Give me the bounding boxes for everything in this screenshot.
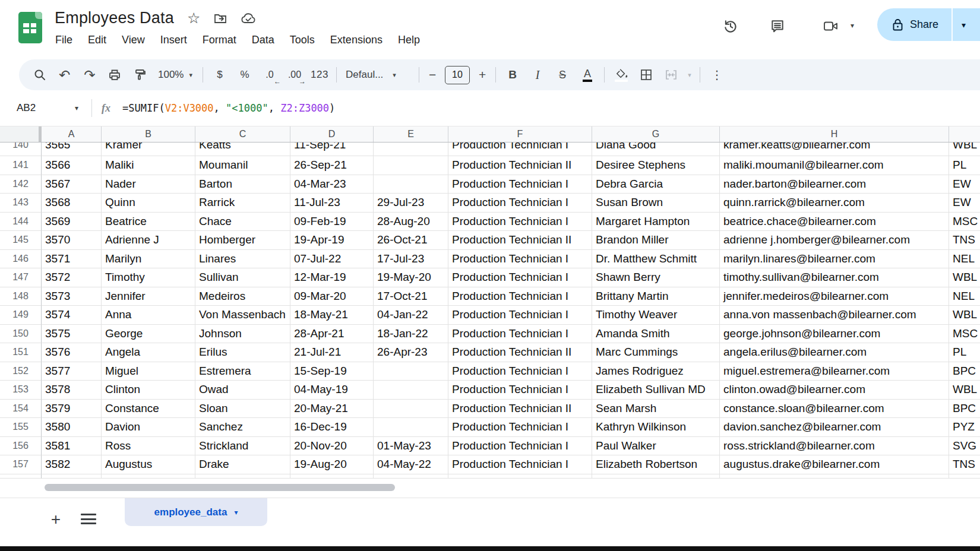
cell-C142[interactable]: Barton <box>195 175 290 194</box>
share-dropdown-caret-icon[interactable]: ▾ <box>962 20 966 30</box>
cell-A157[interactable]: 3582 <box>42 455 102 474</box>
column-header-G[interactable]: G <box>592 126 720 142</box>
cell-F144[interactable]: Production Technician I <box>448 213 592 232</box>
cell-C146[interactable]: Linares <box>195 250 290 269</box>
cell-B148[interactable]: Jennifer <box>102 287 195 306</box>
menu-item-extensions[interactable]: Extensions <box>323 32 390 48</box>
formula-input[interactable]: =SUMIF(V2:V3000, "<1000", Z2:Z3000) <box>122 102 335 114</box>
menu-item-data[interactable]: Data <box>244 32 282 48</box>
column-header-F[interactable]: F <box>448 126 592 142</box>
cell-I145[interactable]: TNS <box>949 231 980 250</box>
row-header-152[interactable]: 152 <box>0 362 42 381</box>
cell-F141[interactable]: Production Technician II <box>448 156 592 175</box>
row-header-154[interactable]: 154 <box>0 400 42 419</box>
cell-E149[interactable]: 04-Jan-22 <box>374 306 448 325</box>
cell-partial[interactable] <box>102 474 195 479</box>
cell-D144[interactable]: 09-Feb-19 <box>290 213 374 232</box>
fill-color-button[interactable] <box>609 63 634 87</box>
cell-G150[interactable]: Amanda Smith <box>592 325 720 344</box>
row-header-151[interactable]: 151 <box>0 343 42 362</box>
share-button[interactable]: Share ▾ <box>877 8 980 41</box>
row-header-141[interactable]: 141 <box>0 156 42 175</box>
cell-G142[interactable]: Debra Garcia <box>592 175 720 194</box>
cell-partial[interactable] <box>374 474 448 479</box>
row-header-147[interactable]: 147 <box>0 268 42 287</box>
menu-item-edit[interactable]: Edit <box>80 32 114 48</box>
cell-I152[interactable]: BPC <box>949 362 980 381</box>
row-header-140[interactable]: 140 <box>0 142 42 156</box>
number-format-button[interactable]: 123 <box>307 63 332 87</box>
cell-E148[interactable]: 17-Oct-21 <box>374 287 448 306</box>
cell-D150[interactable]: 28-Apr-21 <box>290 325 374 344</box>
cell-H144[interactable]: beatrice.chace@bilearner.com <box>720 213 949 232</box>
cell-E153[interactable] <box>374 381 448 400</box>
comments-icon[interactable] <box>764 13 791 39</box>
cell-H145[interactable]: adrienne j.homberger@bilearner.com <box>720 231 949 250</box>
version-history-icon[interactable] <box>717 13 744 39</box>
sheets-logo-icon[interactable] <box>18 12 42 43</box>
cell-A140[interactable]: 3565 <box>42 142 102 156</box>
row-header-143[interactable]: 143 <box>0 194 42 213</box>
menu-item-view[interactable]: View <box>114 32 153 48</box>
cell-C145[interactable]: Homberger <box>195 231 290 250</box>
more-options-icon[interactable]: ⋮ <box>704 63 729 87</box>
cell-B150[interactable]: George <box>102 325 195 344</box>
zoom-control[interactable]: 100% ▾ <box>152 69 198 81</box>
cell-B153[interactable]: Clinton <box>102 381 195 400</box>
name-box[interactable]: AB2 <box>17 102 74 114</box>
cell-E155[interactable] <box>374 418 448 437</box>
cell-I154[interactable]: BPC <box>949 400 980 419</box>
row-header-148[interactable]: 148 <box>0 287 42 306</box>
cell-E157[interactable]: 04-May-22 <box>374 455 448 474</box>
cell-G151[interactable]: Marc Cummings <box>592 343 720 362</box>
cell-D145[interactable]: 19-Apr-19 <box>290 231 374 250</box>
cell-A141[interactable]: 3566 <box>42 156 102 175</box>
row-header-156[interactable]: 156 <box>0 437 42 456</box>
print-button[interactable] <box>102 63 127 87</box>
redo-button[interactable]: ↷ <box>77 63 102 87</box>
cell-D148[interactable]: 09-Mar-20 <box>290 287 374 306</box>
cell-C148[interactable]: Medeiros <box>195 287 290 306</box>
cell-C155[interactable]: Sanchez <box>195 418 290 437</box>
text-color-button[interactable]: A <box>575 63 600 87</box>
cell-F150[interactable]: Production Technician I <box>448 325 592 344</box>
cell-F156[interactable]: Production Technician I <box>448 437 592 456</box>
cell-G149[interactable]: Timothy Weaver <box>592 306 720 325</box>
cell-G141[interactable]: Desiree Stephens <box>592 156 720 175</box>
cell-E143[interactable]: 29-Jul-23 <box>374 194 448 213</box>
cell-B155[interactable]: Davion <box>102 418 195 437</box>
cell-F157[interactable]: Production Technician I <box>448 455 592 474</box>
cell-H150[interactable]: george.johnson@bilearner.com <box>720 325 949 344</box>
search-icon[interactable] <box>27 63 52 87</box>
cell-F152[interactable]: Production Technician I <box>448 362 592 381</box>
cell-I156[interactable]: SVG <box>949 437 980 456</box>
cell-D151[interactable]: 21-Jul-21 <box>290 343 374 362</box>
cell-G145[interactable]: Brandon Miller <box>592 231 720 250</box>
cell-E141[interactable] <box>374 156 448 175</box>
select-all-corner[interactable] <box>0 126 42 142</box>
cell-H152[interactable]: miguel.estremera@bilearner.com <box>720 362 949 381</box>
menu-item-insert[interactable]: Insert <box>153 32 195 48</box>
cell-B156[interactable]: Ross <box>102 437 195 456</box>
decrease-font-size-button[interactable]: − <box>423 63 441 87</box>
cell-partial[interactable] <box>949 474 980 479</box>
cell-C144[interactable]: Chace <box>195 213 290 232</box>
cell-E140[interactable] <box>374 142 448 156</box>
cell-H151[interactable]: angela.erilus@bilearner.com <box>720 343 949 362</box>
document-title[interactable]: Employees Data <box>55 9 174 27</box>
cell-D156[interactable]: 20-Nov-20 <box>290 437 374 456</box>
cell-H154[interactable]: constance.sloan@bilearner.com <box>720 400 949 419</box>
cell-H141[interactable]: maliki.moumanil@bilearner.com <box>720 156 949 175</box>
cell-F145[interactable]: Production Technician II <box>448 231 592 250</box>
cell-A153[interactable]: 3578 <box>42 381 102 400</box>
cell-partial[interactable] <box>592 474 720 479</box>
cell-A154[interactable]: 3579 <box>42 400 102 419</box>
star-icon[interactable]: ☆ <box>187 11 200 26</box>
cell-partial[interactable] <box>448 474 592 479</box>
borders-button[interactable] <box>634 63 659 87</box>
menu-item-help[interactable]: Help <box>390 32 428 48</box>
cell-A142[interactable]: 3567 <box>42 175 102 194</box>
cell-I141[interactable]: PL <box>949 156 980 175</box>
cell-A155[interactable]: 3580 <box>42 418 102 437</box>
cell-H149[interactable]: anna.von massenbach@bilearner.com <box>720 306 949 325</box>
